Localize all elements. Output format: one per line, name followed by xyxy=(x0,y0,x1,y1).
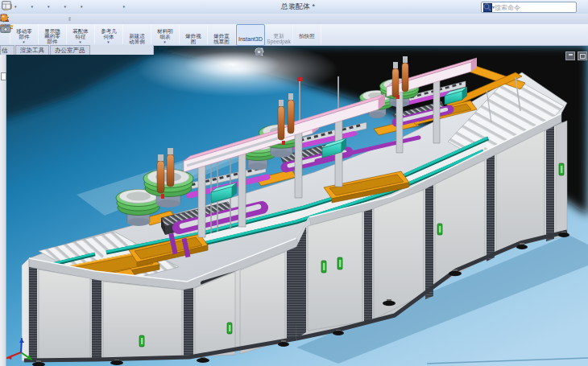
hide-show-items-icon[interactable] xyxy=(317,47,326,57)
cabinet-door xyxy=(39,269,90,360)
cabinet-column xyxy=(546,126,554,241)
command-search[interactable]: 搜索命令 ▾ xyxy=(481,2,577,13)
ribbon-button-update-speedpak[interactable]: 更新Speedpak xyxy=(265,24,293,44)
cabinet-column xyxy=(425,185,433,299)
document-title: 总装配体 * xyxy=(226,2,371,12)
scene-icon[interactable] xyxy=(117,14,127,24)
door-handle xyxy=(437,224,442,235)
mate-icon[interactable] xyxy=(54,14,64,24)
cabinet-column xyxy=(487,155,495,261)
cabinet-column xyxy=(287,247,296,340)
door-handle xyxy=(321,261,326,273)
warning-icon[interactable] xyxy=(23,14,33,24)
solidworks-window: ▾ ▾ ▾ ▾ ▾ ▾ 总装配体 * 搜索命令 ▾ Σ ‖ xyxy=(0,0,588,366)
door-handle xyxy=(559,163,564,175)
featuremanager-icon[interactable] xyxy=(1,72,6,80)
ribbon-button-explode-line-sketch[interactable]: 爆炸直线草图 xyxy=(208,24,236,44)
ribbon-button-assembly-features[interactable]: 装配体特征▾ xyxy=(67,24,95,44)
ribbon-button-instant3d[interactable]: Instant3D xyxy=(236,24,265,46)
cabinet-column xyxy=(29,267,37,360)
view-orientation-icon[interactable] xyxy=(296,47,305,57)
cabinet-column xyxy=(184,288,193,357)
assembly-toolbar: Σ ‖ xyxy=(0,14,588,25)
heads-up-view-toolbar xyxy=(255,47,358,57)
search-placeholder: 搜索命令 xyxy=(495,3,576,12)
zoom-to-area-icon[interactable] xyxy=(265,47,274,57)
design-binder-icon[interactable] xyxy=(106,14,117,24)
suppress-icon[interactable] xyxy=(12,14,23,24)
commandmanager-tabs: 估 渲染工具 办公室产品 xyxy=(0,45,154,55)
cabinet-left-side[interactable] xyxy=(22,258,29,361)
door-handle xyxy=(337,257,342,269)
view-settings-icon[interactable] xyxy=(349,47,358,57)
undo-icon[interactable] xyxy=(52,1,64,12)
apply-scene-icon[interactable] xyxy=(338,47,347,57)
appearance-icon[interactable] xyxy=(43,14,54,24)
tab-render-tools[interactable]: 渲染工具 xyxy=(15,45,49,55)
ribbon-button-take-snapshot[interactable]: 拍快照 xyxy=(293,24,321,44)
photoview-icon[interactable] xyxy=(75,14,85,24)
display-style-icon[interactable] xyxy=(307,47,316,57)
cabinet-door xyxy=(308,212,362,331)
quick-access-toolbar: ▾ ▾ ▾ ▾ ▾ ▾ xyxy=(2,1,126,12)
title-bar: ▾ ▾ ▾ ▾ ▾ ▾ 总装配体 * 搜索命令 ▾ xyxy=(0,0,588,14)
ribbon-button-show-hidden[interactable]: 显示隐藏的零部件 xyxy=(39,24,67,44)
svg-text:▾: ▾ xyxy=(492,5,495,10)
door-handle xyxy=(139,335,144,347)
ribbon-button-exploded-view[interactable]: 爆炸视图 xyxy=(180,24,208,44)
select-icon[interactable] xyxy=(68,1,80,12)
ribbon-button-move-component[interactable]: 移动零部件▾ xyxy=(10,24,39,44)
document-window-buttons xyxy=(565,51,587,60)
save-icon[interactable] xyxy=(19,1,31,12)
door-handle xyxy=(227,323,232,334)
ribbon-button-bill-of-materials[interactable]: 材料明细表▾ xyxy=(151,24,180,44)
toolbar-divider: ‖ xyxy=(64,14,75,24)
motion-icon[interactable] xyxy=(85,14,96,24)
align-icon[interactable] xyxy=(33,14,43,24)
tab-evaluate-clipped[interactable]: 估 xyxy=(0,45,14,55)
ribbon-button-reference-geometry[interactable]: 参考几何体▾ xyxy=(95,24,123,44)
tab-office-products[interactable]: 办公室产品 xyxy=(50,45,90,55)
file-properties-icon[interactable] xyxy=(97,1,110,12)
ribbon-button-new-motion-study[interactable]: 新建运动算例 xyxy=(123,24,151,44)
command-manager: 移动零部件▾ 显示隐藏的零部件 装配体特征▾ 参考几何体▾ 新建运动算例 材料明… xyxy=(0,24,588,46)
options-icon[interactable] xyxy=(110,1,122,12)
edit-appearance-icon[interactable] xyxy=(328,47,337,57)
featuremanager-collapsed-strip[interactable] xyxy=(0,55,6,366)
section-view-icon[interactable] xyxy=(286,47,295,57)
cabinet-column xyxy=(364,209,372,323)
cabinet-door xyxy=(103,282,182,359)
cabinet-column xyxy=(92,279,101,360)
cabinet-right-face xyxy=(556,121,567,239)
previous-view-icon[interactable] xyxy=(275,47,284,57)
search-magnifier-icon[interactable]: ▾ xyxy=(482,2,496,11)
minimize-document-button[interactable] xyxy=(565,51,575,60)
rebuild-icon[interactable] xyxy=(85,1,97,12)
print-icon[interactable] xyxy=(35,1,47,12)
check-icon[interactable] xyxy=(96,14,106,24)
restore-document-button[interactable] xyxy=(578,51,587,60)
